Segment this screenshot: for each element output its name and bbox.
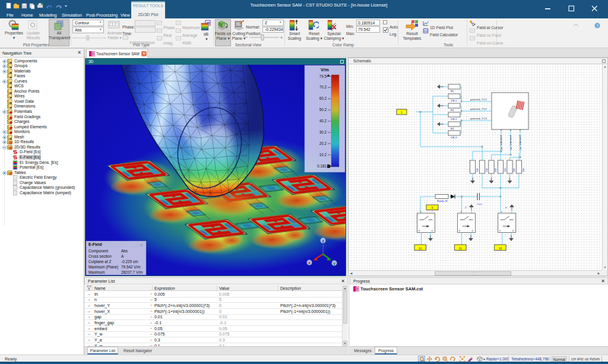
svg-text:1/R-2: 1/R-2 [451, 118, 457, 121]
svg-text:-0.229 cm: -0.229 cm [121, 259, 138, 264]
svg-text:60.2: 60.2 [319, 96, 327, 100]
svg-text:R1: R1 [476, 169, 479, 172]
svg-text:R3: R3 [451, 127, 454, 130]
svg-text:Component: Component [88, 249, 108, 254]
svg-text:⌂: ⌂ [140, 243, 142, 246]
svg-text:- Cse -: - Cse - [476, 202, 483, 205]
svg-text:10: 10 [499, 246, 502, 250]
svg-text:?: ? [596, 24, 598, 28]
svg-text:R4: R4 [504, 169, 506, 172]
svg-text:Cutplane at Z: Cutplane at Z [88, 259, 111, 264]
svg-text:potential_YC: potential_YC [509, 135, 512, 150]
svg-text:+: + [280, 36, 283, 40]
svg-text:−: − [245, 34, 248, 40]
svg-text:1/R-3: 1/R-3 [451, 136, 457, 139]
svg-text:11: 11 [459, 246, 462, 250]
svg-text:10.2: 10.2 [319, 153, 327, 157]
svg-text:R1: R1 [451, 90, 454, 93]
svg-text:50.2: 50.2 [319, 107, 327, 112]
svg-text:R6: R6 [522, 169, 525, 172]
svg-text:1/R-1: 1/R-1 [451, 99, 457, 102]
svg-text:R5: R5 [512, 169, 515, 172]
svg-text:x: x [308, 261, 311, 265]
svg-text:12: 12 [419, 246, 422, 250]
svg-text:70.2: 70.2 [319, 85, 327, 89]
svg-text:4: 4 [432, 206, 433, 210]
svg-text:A: A [121, 254, 124, 258]
svg-text:Abs: Abs [121, 249, 128, 253]
svg-text:1: 1 [401, 110, 403, 114]
svg-text:potential_YC2: potential_YC2 [470, 107, 487, 110]
svg-text:40.2: 40.2 [319, 119, 327, 123]
svg-text:Relabc R: Relabc R [437, 200, 447, 202]
svg-text:potential_YC3: potential_YC3 [470, 117, 487, 120]
svg-text:potential_YC: potential_YC [519, 135, 522, 150]
svg-text:V/m: V/m [321, 67, 329, 72]
svg-text:y: y [333, 261, 335, 266]
svg-text:Cross section: Cross section [88, 254, 112, 258]
svg-text:Maximum (Plane): Maximum (Plane) [88, 265, 118, 270]
svg-text:R2: R2 [485, 169, 488, 172]
svg-text:R3: R3 [494, 169, 497, 172]
svg-text:79.5: 79.5 [319, 74, 327, 78]
svg-text:30.2: 30.2 [319, 130, 327, 134]
svg-text:R2: R2 [451, 109, 454, 112]
svg-text:79.542 V/m: 79.542 V/m [121, 265, 141, 269]
svg-text:0.181: 0.181 [317, 164, 327, 168]
svg-text:28207.7 V/m: 28207.7 V/m [121, 270, 142, 274]
svg-text:Maximum: Maximum [88, 270, 105, 274]
svg-text:potential_YC: potential_YC [500, 135, 503, 150]
svg-text:20.2: 20.2 [319, 141, 327, 145]
svg-text:E-Field: E-Field [88, 242, 102, 246]
svg-text:potential_YC1: potential_YC1 [470, 98, 487, 101]
